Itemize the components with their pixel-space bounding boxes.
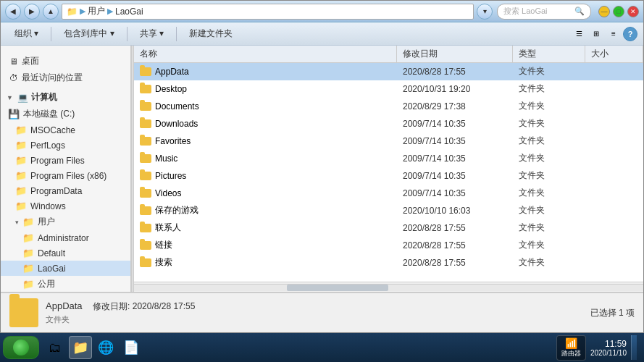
sidebar-tree-item[interactable]: 📁 MSOCache: [1, 122, 130, 138]
file-row-name-cell: AppData: [134, 67, 397, 77]
view-details-button[interactable]: ≡: [606, 26, 622, 42]
status-text: AppData 修改日期: 2020/8/28 17:55 文件夹: [46, 300, 195, 325]
search-placeholder: 搜索 LaoGai: [503, 6, 548, 17]
up-button[interactable]: ▲: [43, 4, 59, 20]
status-selection-count: 已选择 1 项: [590, 307, 635, 319]
file-type: 文件夹: [513, 152, 585, 164]
refresh-button[interactable]: ▾: [477, 4, 493, 20]
folder-icon: 📁: [15, 125, 27, 135]
network-icon[interactable]: 📶 路由器: [556, 335, 586, 361]
file-name: Music: [155, 153, 177, 164]
file-row-name-cell: Documents: [134, 101, 397, 111]
folder-icon: 📁: [15, 185, 27, 196]
file-date: 2020/8/28 17:55: [397, 67, 513, 77]
taskbar-chrome[interactable]: 🌐: [94, 336, 117, 359]
sidebar-item-recent[interactable]: ⏱ 最近访问的位置: [1, 70, 130, 86]
sidebar-tree-item[interactable]: 📁 Program Files (x86): [1, 168, 130, 183]
sidebar-tree-item-label: 本地磁盘 (C:): [23, 108, 75, 120]
sidebar: 🖥 桌面 ⏱ 最近访问的位置 ▼ 💻 计算机 💾 本地磁盘 (C:)📁 MSOC…: [1, 46, 131, 292]
drive-icon: 💾: [8, 109, 20, 119]
sidebar-tree-item[interactable]: 📁 Administrator: [1, 230, 130, 245]
file-date: 2009/7/14 10:35: [397, 188, 513, 198]
back-button[interactable]: ◀: [5, 4, 21, 20]
file-date: 2009/7/14 10:35: [397, 119, 513, 129]
table-row[interactable]: Desktop2020/10/31 19:20文件夹: [134, 80, 643, 98]
file-type: 文件夹: [513, 135, 585, 147]
table-row[interactable]: Favorites2009/7/14 10:35文件夹: [134, 132, 643, 150]
view-grid-button[interactable]: ⊞: [588, 26, 604, 42]
sidebar-tree-item[interactable]: 📁 Default: [1, 245, 130, 261]
toolbar-divider-3: [176, 27, 177, 41]
file-date: 2020/10/10 16:03: [397, 206, 513, 216]
sidebar-tree-item[interactable]: 📁 Windows: [1, 198, 130, 214]
organize-button[interactable]: 组织 ▾: [7, 25, 46, 43]
file-row-name-cell: Downloads: [134, 119, 397, 129]
folder-icon: [140, 224, 151, 232]
minimize-button[interactable]: —: [598, 6, 610, 17]
folder-icon: 📁: [15, 201, 27, 211]
title-bar-right: 搜索 LaoGai 🔍 — □ ✕: [497, 4, 639, 20]
sidebar-tree-item[interactable]: 📁 Program Files: [1, 153, 130, 168]
address-bar[interactable]: 📁 ▶ 用户 ▶ LaoGai: [62, 4, 474, 20]
address-part-1: 用户: [88, 5, 105, 17]
table-row[interactable]: Videos2009/7/14 10:35文件夹: [134, 185, 643, 202]
file-name: 链接: [155, 239, 172, 251]
file-type: 文件夹: [513, 83, 585, 95]
sidebar-tree-item[interactable]: 💾 本地磁盘 (C:): [1, 106, 130, 122]
column-header-name[interactable]: 名称: [134, 46, 397, 62]
file-name: Videos: [155, 188, 181, 198]
column-header-date[interactable]: 修改日期: [397, 46, 513, 62]
column-header-size[interactable]: 大小: [585, 46, 643, 62]
taskbar-quick-launch: 🗂 📁 🌐 📄: [43, 336, 143, 359]
include-library-button[interactable]: 包含到库中 ▾: [56, 25, 122, 43]
file-list-header: 名称 修改日期 类型 大小: [134, 46, 643, 63]
column-header-type[interactable]: 类型: [513, 46, 585, 62]
start-button[interactable]: [3, 336, 39, 359]
file-name: 保存的游戏: [155, 204, 198, 216]
file-type: 文件夹: [513, 239, 585, 251]
file-name: AppData: [155, 67, 189, 77]
sidebar-tree-item[interactable]: ▾ 📁 用户: [1, 214, 130, 230]
file-name: Downloads: [155, 119, 198, 129]
status-folder-type: 文件夹: [46, 314, 195, 325]
address-icon: 📁: [67, 7, 78, 17]
taskbar-explorer[interactable]: 📁: [69, 336, 92, 359]
show-desktop-button[interactable]: [631, 335, 637, 360]
table-row[interactable]: 保存的游戏2020/10/10 16:03文件夹: [134, 202, 643, 219]
file-date: 2020/8/28 17:55: [397, 258, 513, 268]
close-button[interactable]: ✕: [627, 6, 639, 17]
start-orb: [13, 340, 29, 355]
sidebar-tree-item-label: PerfLogs: [30, 140, 65, 151]
table-row[interactable]: AppData2020/8/28 17:55文件夹: [134, 63, 643, 80]
table-row[interactable]: 链接2020/8/28 17:55文件夹: [134, 237, 643, 254]
view-list-button[interactable]: ☰: [571, 26, 587, 42]
new-folder-button[interactable]: 新建文件夹: [181, 25, 241, 43]
share-button[interactable]: 共享 ▾: [132, 25, 172, 43]
sidebar-tree-item[interactable]: 📁 ProgramData: [1, 183, 130, 198]
table-row[interactable]: 搜索2020/8/28 17:55文件夹: [134, 254, 643, 272]
taskbar-show-desktop[interactable]: 🗂: [43, 336, 67, 359]
file-date: 2020/8/28 17:55: [397, 240, 513, 251]
file-name: Documents: [155, 101, 199, 111]
sidebar-tree-item[interactable]: 📁 PerfLogs: [1, 138, 130, 153]
forward-button[interactable]: ▶: [24, 4, 40, 20]
table-row[interactable]: 联系人2020/8/28 17:55文件夹: [134, 219, 643, 237]
sidebar-item-desktop[interactable]: 🖥 桌面: [1, 53, 130, 70]
file-row-name-cell: Videos: [134, 188, 397, 198]
table-row[interactable]: Downloads2009/7/14 10:35文件夹: [134, 115, 643, 132]
sidebar-tree-item[interactable]: 📁 LaoGai: [1, 261, 130, 276]
taskbar-ie[interactable]: 📄: [120, 336, 143, 359]
table-row[interactable]: Pictures2009/7/14 10:35文件夹: [134, 167, 643, 185]
help-button[interactable]: ?: [623, 27, 637, 41]
sidebar-computer-header[interactable]: ▼ 💻 计算机: [1, 89, 130, 106]
table-row[interactable]: Documents2020/8/29 17:38文件夹: [134, 98, 643, 115]
table-row[interactable]: Music2009/7/14 10:35文件夹: [134, 150, 643, 167]
horizontal-scrollbar[interactable]: [134, 282, 643, 292]
file-row-name-cell: Desktop: [134, 84, 397, 94]
file-row-name-cell: 联系人: [134, 222, 397, 234]
maximize-button[interactable]: □: [613, 6, 624, 17]
search-bar[interactable]: 搜索 LaoGai 🔍: [497, 4, 591, 20]
main-area: 🖥 桌面 ⏱ 最近访问的位置 ▼ 💻 计算机 💾 本地磁盘 (C:)📁 MSOC…: [1, 46, 643, 292]
sidebar-tree: 💾 本地磁盘 (C:)📁 MSOCache📁 PerfLogs📁 Program…: [1, 106, 130, 292]
sidebar-tree-item[interactable]: 📁 公用: [1, 276, 130, 292]
